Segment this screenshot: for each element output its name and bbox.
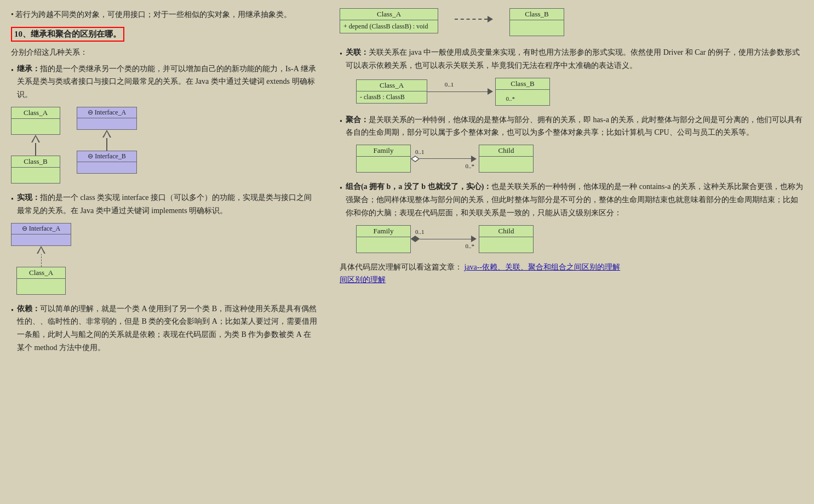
agg-arrow-head [471,156,477,162]
open-triangle-2 [102,130,111,138]
comp-line [420,239,471,239]
comp-class-a: Family [356,225,411,253]
interface-a-box: ⊖ Interface_A [77,107,137,130]
comp-mult-right: 0..* [466,243,475,249]
assoc-line-group: 0..1 0..* [427,81,493,102]
section10-heading: 10、继承和聚合的区别在哪。 [11,27,124,42]
arrow-line [35,142,36,156]
assoc-line-arrow [427,88,493,95]
arrow-line-2 [106,138,107,151]
dep-class-a-name: Class_A [340,9,438,20]
bottom-link-2: 间区别的理解 [340,273,803,287]
agg-class-b: Child [479,145,534,173]
inheritance-arrow-up [31,135,40,156]
intro-text: • 若行为跨越不同类的对象，可使用接口；对于一些相似的实对象，用继承抽象类。 [11,8,318,21]
comp-arrow-head [471,236,477,242]
bottom-text: 具体代码层次理解可以看这篇文章： [340,263,462,271]
impl-arrow [37,246,45,267]
bullet-implementation: • 实现：指的是一个 class 类实现 interface 接口（可以多个）的… [11,191,318,217]
assoc-diagram: Class_A - classB : ClassB 0..1 0..* Clas… [356,78,803,106]
impl-group: ⊖ Interface_A Class_A [11,223,71,295]
assoc-mult-left: 0..1 [445,81,454,88]
interface-b-box: ⊖ Interface_B [77,151,137,174]
open-triangle-3 [37,246,45,254]
agg-line-group: 0..1 0..* [411,148,477,169]
bullet-dot-4: • [340,48,342,72]
bottom-text-section: 具体代码层次理解可以看这篇文章： java--依赖、关联、聚合和组合之间区别的理… [340,261,803,274]
bullet-dot-3: • [11,304,14,354]
interface-b-body [77,162,136,173]
dep-class-b-body [510,20,564,36]
class-a-header: Class_A [12,107,60,119]
assoc-class-b: Class_B [495,78,550,106]
impl-class-a-header: Class_A [17,267,65,279]
comp-mult-left: 0..1 [415,228,477,235]
bullet-text-aggregation: 聚合：是关联关系的一种特例，他体现的是整体与部分、拥有的关系，即 has-a 的… [346,113,803,140]
impl-class-a: Class_A [16,267,66,295]
bullet-dot-1: • [11,64,14,101]
assoc-arrow-head [488,88,493,95]
impl-interface-a: ⊖ Interface_A [11,223,71,246]
dep-class-b: Class_B [509,8,564,36]
agg-class-b-name: Child [479,145,533,157]
assoc-class-a-name: Class_A [357,80,427,91]
dep-arrow-head [488,16,493,22]
bottom-link[interactable]: java--依赖、关联、聚合和组合之间区别的理解 [465,263,621,271]
agg-line-row [411,156,477,162]
agg-mult-right: 0..* [466,163,475,169]
agg-class-b-body [479,157,533,172]
bullet-dot-2: • [11,193,14,217]
comp-class-a-body [357,237,410,253]
dep-arrow [455,16,493,22]
comp-class-b-name: Child [479,226,533,237]
class-a-box: Class_A [11,107,60,135]
comp-class-b: Child [479,225,534,253]
agg-class-a-body [357,157,410,172]
aggregation-diagram: Family 0..1 0..* Child [356,145,803,173]
dep-method: + depend (ClassB classB) : void [340,20,438,33]
dep-class-a: Class_A + depend (ClassB classB) : void [340,8,438,33]
interface-group: ⊖ Interface_A ⊖ Interface_B [77,107,137,174]
agg-class-a: Family [356,145,411,173]
assoc-class-a: Class_A - classB : ClassB [356,79,427,104]
impl-interface-a-body [12,234,71,245]
dep-class-b-box: Class_B [509,8,564,36]
arrow-line-3 [41,254,42,267]
impl-interface-a-header: ⊖ Interface_A [12,224,71,234]
open-diamond-icon [411,156,420,162]
interface-a-body [77,118,136,129]
comp-line-row [411,236,477,242]
comp-line-group: 0..1 0..* [411,228,477,249]
class-b-body [12,168,60,183]
bullet-dot-6: • [340,182,342,219]
bullet-aggregation: • 聚合：是关联关系的一种特例，他体现的是整体与部分、拥有的关系，即 has-a… [340,113,803,140]
bullet-association: • 关联：关联关系在 java 中一般使用成员变量来实现，有时也用方法形参的形式… [340,46,803,72]
dep-class-a-box: Class_A + depend (ClassB classB) : void [340,8,438,33]
composition-diagram: Family 0..1 0..* Child [356,225,803,253]
class-b-box: Class_B [11,156,60,184]
class-a-body [12,119,60,134]
comp-class-b-body [479,237,533,253]
bullet-text-association: 关联：关联关系在 java 中一般使用成员变量来实现，有时也用方法形参的形式实现… [346,46,803,72]
assoc-mult-right: 0..* [506,95,515,102]
top-dep-diagram: Class_A + depend (ClassB classB) : void … [340,8,803,36]
top-dep-diagram-section: Class_A + depend (ClassB classB) : void … [340,8,803,36]
bullet-dependency: • 依赖：可以简单的理解，就是一个类 A 使用到了另一个类 B，而这种使用关系是… [11,302,318,354]
bullet-text-composition: 组合(a 拥有 b，a 没了 b 也就没了，实心)：也是关联关系的一种特例，他体… [346,180,803,219]
assoc-class-b-name: Class_B [496,78,549,90]
dep-dashed-line [455,19,488,20]
bullet-composition: • 组合(a 拥有 b，a 没了 b 也就没了，实心)：也是关联关系的一种特例，… [340,180,803,219]
inheritance-class-group: Class_A Class_B [11,107,60,184]
bullet-text-inheritance: 继承：指的是一个类继承另一个类的功能，并可以增加自己的的新功能的能力，Is-A … [17,62,318,101]
interface-a-header: ⊖ Interface_A [77,107,136,118]
inheritance-diagram: Class_A Class_B ⊖ Interface_A [11,107,318,184]
bullet-text-dependency: 依赖：可以简单的理解，就是一个类 A 使用到了另一个类 B，而这种使用关系是具有… [17,302,318,354]
interface-arrow-up [102,130,111,151]
agg-mult-left: 0..1 [415,148,477,155]
assoc-class-b-body [496,90,549,105]
bottom-link-cont[interactable]: 间区别的理解 [340,276,386,284]
open-triangle [31,135,40,142]
svg-marker-0 [411,156,419,162]
dep-class-b-name: Class_B [510,9,564,20]
svg-marker-1 [411,236,419,242]
